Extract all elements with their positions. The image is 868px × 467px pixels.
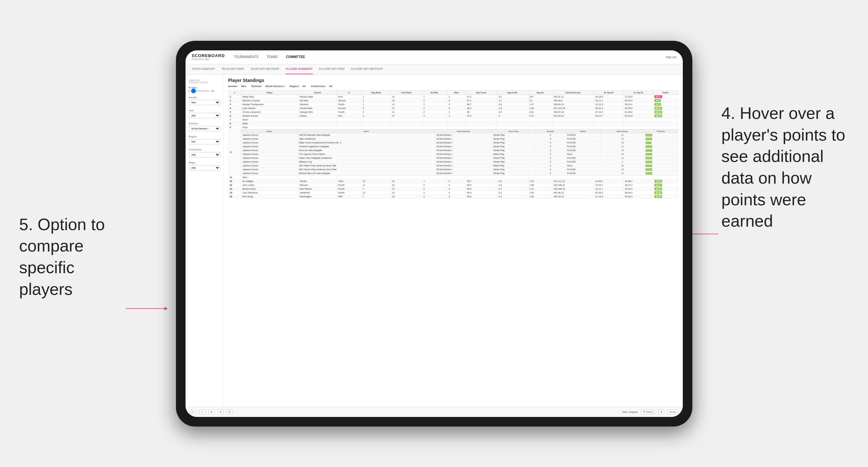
undo-button[interactable]: ↩ <box>190 410 196 414</box>
table-row: 23 Jack Lundin Missouri Fourth 11 24 0 0… <box>228 183 678 187</box>
col-vs25: Vs Top 25 <box>594 90 623 95</box>
event-row: Jackson Koivun SEC Match Play hosted by … <box>241 163 678 167</box>
expanded-player-row: 10 Player Event Event Division Event Typ… <box>228 129 678 175</box>
arrow-left-indicator <box>126 308 167 309</box>
table-row: 3 Michael Thorbjornsen Stanford Fourth 1… <box>228 102 678 106</box>
share-button[interactable]: Share <box>668 410 678 414</box>
view-original-label: View: Original <box>622 411 638 413</box>
sidebar: Update time: 27/01/2024 16:56:26 No Rds.… <box>186 74 224 407</box>
table-header-row: # Player School Yr Reg Rank Conf Rank No… <box>228 90 678 95</box>
nav-left: SCOREBOARD Powered by clippi TOURNAMENTS… <box>192 54 306 61</box>
tab-team-h2h-grid[interactable]: TEAM H2H GRID <box>221 64 244 74</box>
event-row: Jackson Koivun SEC Stroke Play hosted by… <box>241 167 678 171</box>
event-row: Jackson Koivun Tiger Invitational NCAA D… <box>241 137 678 141</box>
event-row: Jackson Koivun Amer An Intercollegiate N… <box>241 148 678 152</box>
annotation-left: 5. Option to compare specific players <box>19 214 124 300</box>
logo-title: SCOREBOARD <box>192 54 225 58</box>
bottom-toolbar: ↩ ↪ ⊕ ⧉ ⚙ View: Original 👁 Watch ⬇ Share <box>186 407 683 417</box>
col-conf-rank: Conf Rank <box>391 90 422 95</box>
col-vs50: Vs Top 50 <box>623 90 653 95</box>
sidebar-range-rds: 4 52 <box>189 90 220 92</box>
tab-team-h2h-heatmap[interactable]: TEAM H2H HEATMAP <box>250 64 279 74</box>
division-select[interactable]: NCAA Division I <box>189 126 220 131</box>
sidebar-conference: Conference (All) <box>189 148 220 157</box>
conference-select[interactable]: (All) <box>189 152 220 157</box>
table-row: 6 Jackson Koivun Auburn First 2 27 2 1 6… <box>228 114 678 118</box>
filter-conference: Conference: All <box>311 85 332 88</box>
settings-button[interactable]: ⚙ <box>227 410 233 414</box>
player-select[interactable]: (All) <box>189 165 220 170</box>
table-row: 4 Luke Clanton Florida State Second 5 27… <box>228 106 678 110</box>
download-button[interactable]: ⬇ <box>658 410 664 414</box>
tab-player-summary[interactable]: PLAYER SUMMARY <box>286 64 312 74</box>
sub-nav: TEAM SUMMARY TEAM H2H GRID TEAM H2H HEAT… <box>186 64 683 74</box>
col-yr: Yr <box>337 90 361 95</box>
zoom-button[interactable]: ⊕ <box>209 410 215 414</box>
table-row: 8 Matts <box>228 121 678 125</box>
sidebar-division: Division NCAA Division I <box>189 122 220 131</box>
col-player: Player <box>241 90 298 95</box>
standings-table: # Player School Yr Reg Rank Conf Rank No… <box>228 90 678 198</box>
col-adj-score: Adj. Score <box>466 90 497 95</box>
table-row: 25 Cole Sherwood Vanderbilt Fourth 12 23… <box>228 191 678 194</box>
event-row: Jackson Koivun Williams Cup NCAA Divisio… <box>241 160 678 163</box>
tab-player-h2h-grid[interactable]: PLAYER H2H GRID <box>319 64 345 74</box>
nav-teams[interactable]: TEAMS <box>265 55 279 59</box>
tablet-frame: SCOREBOARD Powered by clippi TOURNAMENTS… <box>176 41 692 427</box>
copy-button[interactable]: ⧉ <box>218 409 223 414</box>
event-header-row: Player Event Event Division Event Type R… <box>241 129 678 133</box>
no-rds-slider[interactable] <box>191 91 210 92</box>
watch-button[interactable]: 👁 Watch <box>641 410 655 414</box>
nav-items: TOURNAMENTS TEAMS COMMITTEE <box>232 55 306 59</box>
col-reg-rank: Reg Rank <box>362 90 391 95</box>
event-row: Jackson Koivun Wake Forest Invitational … <box>241 141 678 145</box>
gender-select[interactable]: Men <box>189 100 220 105</box>
event-row: Jackson Koivun Southern Highlands Colleg… <box>241 145 678 148</box>
nav-sign-out[interactable]: Sign out <box>665 56 676 59</box>
main-content: Update time: 27/01/2024 16:56:26 No Rds.… <box>186 74 683 407</box>
table-row: 7 Nicho <box>228 118 678 121</box>
tablet-screen: SCOREBOARD Powered by clippi TOURNAMENTS… <box>186 50 683 417</box>
nav-right: Sign out <box>665 56 676 59</box>
page-title: Player Standings <box>228 78 678 83</box>
region-select[interactable]: N/A <box>189 139 220 145</box>
top-nav: SCOREBOARD Powered by clippi TOURNAMENTS… <box>186 50 683 64</box>
col-school: School <box>298 90 337 95</box>
filter-gender: Gender: Men <box>228 85 246 88</box>
sidebar-player: Player (All) <box>189 161 220 170</box>
event-row: Jackson Koivun Mirobel Maui Jim Intercol… <box>241 171 678 175</box>
logo-subtitle: Powered by clippi <box>192 58 225 61</box>
sidebar-no-rds: No Rds. 4 52 <box>189 86 220 92</box>
col-avg-topar: Avg to-Par <box>497 90 528 95</box>
event-row: Jackson Koivun The Cypress Point Classic… <box>241 152 678 156</box>
sidebar-year: Year (All) <box>189 109 220 118</box>
year-select[interactable]: (All) <box>189 113 220 118</box>
table-row: 24 Bastien Amat New Mexico Fourth 1 27 2… <box>228 187 678 191</box>
col-rds: No Rds. <box>422 90 447 95</box>
event-row: Jackson Koivun Fallen Oak Collegiate Inv… <box>241 156 678 160</box>
page-wrapper: 5. Option to compare specific players 4.… <box>0 0 868 467</box>
sidebar-region: Region N/A <box>189 135 220 145</box>
sidebar-gender: Gender Men <box>189 96 220 105</box>
content-area: Player Standings Gender: Men Division: N… <box>224 74 683 407</box>
col-wins: Wins <box>447 90 466 95</box>
event-subtable: Player Event Event Division Event Type R… <box>241 129 678 175</box>
col-avg-sg: Avg SG <box>528 90 552 95</box>
filter-row: Gender: Men Division: NCAA Division I Re… <box>228 85 678 88</box>
table-row: 22 Ian Gilligan Florida Third 10 24 1 0 … <box>228 179 678 183</box>
tab-team-summary[interactable]: TEAM SUMMARY <box>192 64 215 74</box>
tab-player-h2h-heatmap[interactable]: PLAYER H2H HEATMAP <box>351 64 383 74</box>
update-time: Update time: 27/01/2024 16:56:26 <box>189 79 220 84</box>
table-row: 9 Prest <box>228 125 678 129</box>
annotation-right: 4. Hover over a player's points to see a… <box>721 103 849 232</box>
col-record: Overall Record <box>552 90 594 95</box>
col-rank: # <box>228 90 241 95</box>
nav-committee[interactable]: COMMITTEE <box>285 55 306 59</box>
col-points: Points <box>653 90 678 95</box>
nav-tournaments[interactable]: TOURNAMENTS <box>232 55 259 59</box>
filter-region: Region: All <box>290 85 306 88</box>
logo-area: SCOREBOARD Powered by clippi <box>192 54 225 61</box>
table-row: 1 Wenyi Ding Arizona State First 1 15 1 … <box>228 95 678 98</box>
redo-button[interactable]: ↪ <box>199 410 205 414</box>
filter-division: Division: NCAA Division I <box>251 85 285 88</box>
